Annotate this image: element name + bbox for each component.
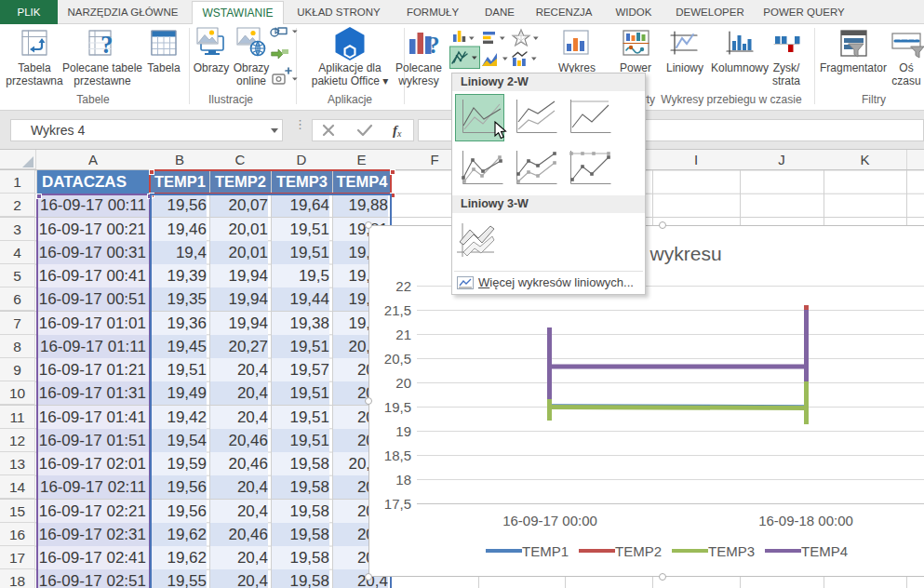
svg-text:x: x <box>396 128 402 139</box>
svg-text:?: ? <box>100 31 114 59</box>
